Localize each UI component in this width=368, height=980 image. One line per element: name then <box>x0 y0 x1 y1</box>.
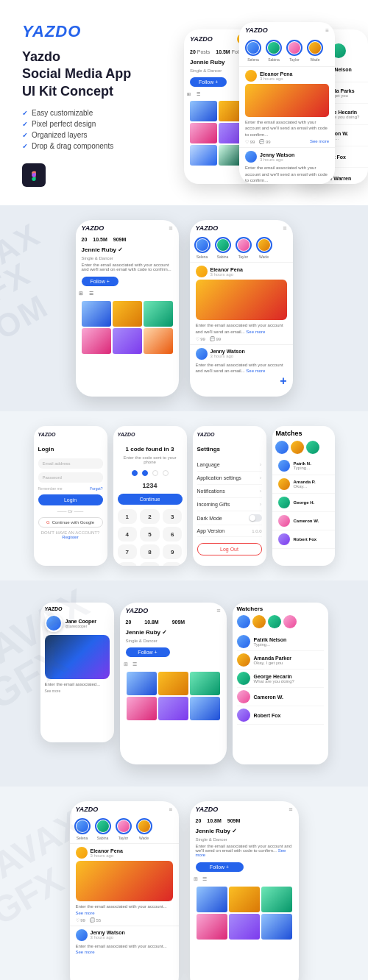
feed-item-2: Jenny Watson 3 hours ago Enter the email… <box>239 147 335 184</box>
phone-stack-area: YAZDO 20 Posts 10.5M Followers 909M Jenn… <box>184 22 346 184</box>
phone-pin: YAZDO 1 code found in 3 Enter the code s… <box>113 426 187 566</box>
logout-btn[interactable]: Log Out <box>197 543 262 555</box>
phone-feed-med: YAZDO ≡ 20 10.8M 909M Jennie Ruby ✓ Sing… <box>120 603 227 764</box>
feed-item-1: Eleanor Pena 3 hours ago Enter the email… <box>239 66 335 147</box>
left-info: YAZDO Yazdo Social Media App UI Kit Conc… <box>22 22 169 187</box>
section5-phones: YAZDO ≡ Selena Sabina Taylor Wade Eleano… <box>15 801 353 980</box>
four-phones: YAZDO Login Email address Password Remem… <box>15 426 353 566</box>
feature-list: Easy customizable Pixel perfect design O… <box>22 109 169 150</box>
section4-phones: YAZDO Jane Cooper @janecooper Enter the … <box>15 595 353 772</box>
brand-logo: YAZDO <box>22 22 169 41</box>
phone-messages-sm: Watchers Patrik NelsonTyping... Amanda P… <box>233 603 328 764</box>
two-phones-area: YAZDO ≡ 20 10.5M 909M Jennie Ruby ✓ Sing… <box>15 220 353 397</box>
phone-extra: Matches Patrik N.Typing... Amanda P.Okay… <box>272 426 335 566</box>
header-section: YAZDO Yazdo Social Media App UI Kit Conc… <box>0 0 368 205</box>
section-2: AVAX GFX COM YAZDO ≡ 20 10.5M 909M Jenni… <box>0 205 368 411</box>
section-5: AVAX GFX YAZDO ≡ Selena Sabina Taylor Wa… <box>0 787 368 980</box>
app-title: Yazdo Social Media App UI Kit Concept <box>22 49 169 100</box>
phone-profile-sm: YAZDO Jane Cooper @janecooper Enter the … <box>40 603 114 742</box>
phone-2: YAZDO ≡ Selena Sabina Taylor <box>239 22 335 184</box>
feature-item-4: Drop & drag components <box>22 142 169 150</box>
phone-med-1: YAZDO ≡ 20 10.5M 909M Jennie Ruby ✓ Sing… <box>76 220 179 397</box>
section-4: AVAX GFX YAZDO Jane Cooper @janecooper E… <box>0 580 368 787</box>
feature-item-3: Organized layers <box>22 131 169 139</box>
stories-row: Selena Sabina Taylor Wade <box>239 37 335 66</box>
phone-bottom-1: YAZDO ≡ Selena Sabina Taylor Wade Eleano… <box>70 801 179 980</box>
phone-med-2: YAZDO ≡ Selena Sabina Taylor Wade Eleano… <box>190 220 293 397</box>
phone-bottom-2: YAZDO ≡ 20 10.8M 909M Jennie Ruby ✓ Sing… <box>190 801 299 980</box>
figma-icon <box>22 163 46 187</box>
section-3: YAZDO Login Email address Password Remem… <box>0 411 368 580</box>
feature-item-1: Easy customizable <box>22 109 169 117</box>
phone-login: YAZDO Login Email address Password Remem… <box>34 426 107 566</box>
phone-settings: YAZDO Settings Language › Application se… <box>193 426 266 566</box>
feature-item-2: Pixel perfect design <box>22 120 169 128</box>
